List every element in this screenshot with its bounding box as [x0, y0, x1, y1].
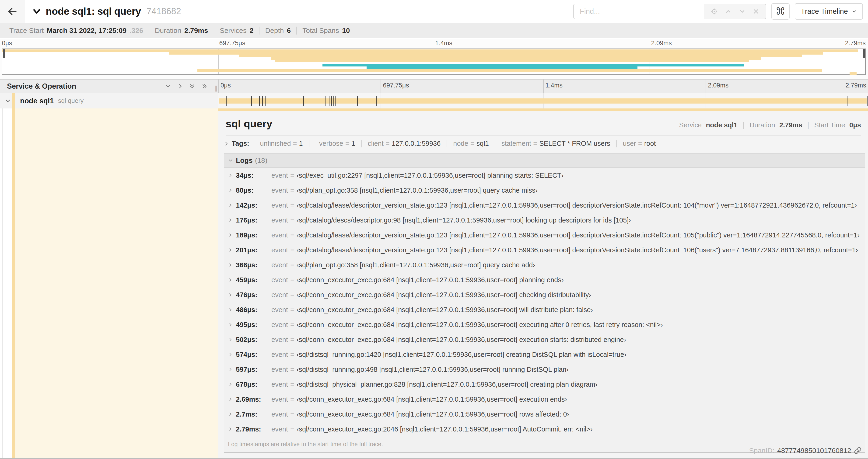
tag-equals: =: [386, 140, 390, 147]
column-resizer-handle[interactable]: ∥: [215, 85, 218, 92]
log-chevron-right-icon[interactable]: [228, 382, 232, 387]
log-row[interactable]: 459μs:event=‹sql/conn_executor_exec.go:6…: [224, 272, 865, 287]
log-chevron-right-icon[interactable]: [228, 322, 232, 327]
log-marker-tick[interactable]: [845, 96, 845, 106]
log-message: ‹sql/conn_executor_exec.go:684 [nsql1,cl…: [297, 291, 591, 299]
log-field-key: event: [271, 351, 288, 358]
collapse-trace-chevron-down-icon[interactable]: [32, 7, 41, 16]
log-row[interactable]: 597μs:event=‹sql/distsql_running.go:498 …: [224, 362, 865, 377]
log-marker-tick[interactable]: [334, 96, 334, 106]
log-row[interactable]: 678μs:event=‹sql/distsql_physical_planne…: [224, 377, 865, 392]
keyboard-shortcuts-button[interactable]: ⌘: [771, 3, 789, 20]
log-row[interactable]: 476μs:event=‹sql/conn_executor_exec.go:6…: [224, 287, 865, 302]
log-equals: =: [290, 411, 294, 418]
span-detail-header: sql query Service:node sql1|Duration:2.7…: [218, 111, 868, 130]
log-marker-tick[interactable]: [259, 96, 260, 106]
minimap-right-scrubber-handle[interactable]: [863, 49, 865, 58]
collapse-one-chevron-down-icon[interactable]: [165, 83, 171, 89]
log-chevron-right-icon[interactable]: [228, 292, 232, 297]
log-chevron-right-icon[interactable]: [228, 248, 232, 252]
span-id-value: 4877749850101760812: [777, 447, 851, 455]
log-row[interactable]: 80μs:event=‹sql/plan_opt.go:358 [nsql1,c…: [224, 183, 865, 198]
log-row[interactable]: 201μs:event=‹sql/catalog/lease/descripto…: [224, 242, 865, 258]
log-equals: =: [290, 172, 294, 179]
log-row[interactable]: 495μs:event=‹sql/conn_executor_exec.go:6…: [224, 317, 865, 332]
log-row[interactable]: 2.79ms:event=‹sql/conn_executor_exec.go:…: [224, 422, 865, 437]
log-marker-tick[interactable]: [352, 96, 352, 106]
tag-item[interactable]: _unfinished=1: [250, 140, 309, 147]
log-chevron-right-icon[interactable]: [228, 263, 232, 267]
expand-one-chevron-right-icon[interactable]: [177, 83, 183, 89]
log-chevron-right-icon[interactable]: [228, 277, 232, 282]
collapse-all-double-chevron-down-icon[interactable]: [189, 83, 195, 89]
find-clear-close-icon[interactable]: [753, 8, 759, 15]
log-chevron-right-icon[interactable]: [228, 173, 232, 178]
tag-value: 1: [299, 140, 303, 147]
tag-item[interactable]: statement=SELECT * FROM users: [495, 140, 616, 147]
log-chevron-right-icon[interactable]: [228, 367, 232, 372]
minimap-left-scrubber-handle[interactable]: [3, 49, 5, 58]
tag-item[interactable]: _verbose=1: [309, 140, 361, 147]
span-row-name-cell[interactable]: node sql1 sql query: [0, 93, 218, 108]
header-controls: ⌘ Trace Timeline: [573, 3, 863, 20]
log-marker-tick[interactable]: [251, 96, 252, 106]
log-row[interactable]: 189μs:event=‹sql/catalog/lease/descripto…: [224, 228, 865, 242]
log-chevron-right-icon[interactable]: [228, 412, 232, 417]
log-marker-tick[interactable]: [357, 96, 358, 106]
span-detail-left-fill: [15, 108, 218, 458]
log-marker-tick[interactable]: [847, 96, 847, 106]
log-equals: =: [290, 276, 294, 284]
log-chevron-right-icon[interactable]: [228, 188, 232, 193]
span-duration-bar[interactable]: [219, 98, 867, 104]
log-marker-tick[interactable]: [265, 96, 266, 106]
log-marker-tick[interactable]: [867, 96, 868, 106]
tag-item[interactable]: client=127.0.0.1:59936: [361, 140, 446, 147]
log-marker-tick[interactable]: [237, 96, 237, 106]
log-equals: =: [290, 261, 294, 269]
log-row[interactable]: 486μs:event=‹sql/conn_executor_exec.go:6…: [224, 302, 865, 317]
log-marker-tick[interactable]: [303, 96, 304, 106]
log-row[interactable]: 2.69ms:event=‹sql/conn_executor_exec.go:…: [224, 392, 865, 407]
log-marker-tick[interactable]: [325, 96, 326, 106]
timeline-minimap[interactable]: [2, 48, 866, 75]
log-row[interactable]: 34μs:event=‹sql/exec_util.go:2297 [nsql1…: [224, 168, 865, 183]
timeline-grid-header: Service & Operation ∥ 0μs697.75μs1.4ms2.…: [0, 79, 868, 93]
log-row[interactable]: 176μs:event=‹sql/catalog/descs/descripto…: [224, 213, 865, 228]
log-chevron-right-icon[interactable]: [228, 397, 232, 402]
ruler-tick-label: 697.75μs: [383, 82, 409, 89]
find-input[interactable]: [573, 4, 704, 19]
tag-item[interactable]: node=sql1: [446, 140, 495, 147]
deep-link-icon[interactable]: [854, 447, 862, 454]
span-collapse-chevron-down-icon[interactable]: [5, 98, 11, 104]
expand-all-double-chevron-right-icon[interactable]: [202, 83, 208, 89]
span-color-strip: [12, 93, 15, 108]
log-marker-tick[interactable]: [331, 96, 332, 106]
log-marker-tick[interactable]: [226, 96, 226, 106]
trace-view-dropdown[interactable]: Trace Timeline: [795, 3, 863, 20]
log-row[interactable]: 574μs:event=‹sql/distsql_running.go:1420…: [224, 347, 865, 362]
log-chevron-right-icon[interactable]: [228, 203, 232, 207]
log-equals: =: [290, 306, 294, 314]
find-next-chevron-down-icon[interactable]: [739, 8, 746, 15]
back-button[interactable]: [0, 0, 25, 23]
tags-accordion[interactable]: Tags: _unfinished=1_verbose=1client=127.…: [218, 135, 868, 151]
log-chevron-right-icon[interactable]: [228, 307, 232, 312]
log-marker-tick[interactable]: [262, 96, 263, 106]
log-chevron-right-icon[interactable]: [228, 427, 232, 431]
log-row[interactable]: 142μs:event=‹sql/catalog/lease/descripto…: [224, 198, 865, 213]
log-row[interactable]: 2.7ms:event=‹sql/conn_executor_exec.go:6…: [224, 407, 865, 422]
tag-item[interactable]: user=root: [616, 140, 662, 147]
log-chevron-right-icon[interactable]: [228, 337, 232, 342]
locate-icon[interactable]: [711, 8, 718, 15]
minimap-span-bar: [2, 50, 858, 52]
find-prev-chevron-up-icon[interactable]: [725, 8, 732, 15]
log-chevron-right-icon[interactable]: [228, 218, 232, 223]
log-marker-tick[interactable]: [376, 96, 377, 106]
log-row[interactable]: 366μs:event=‹sql/plan_opt.go:358 [nsql1,…: [224, 258, 865, 272]
logs-accordion-header[interactable]: Logs (18): [224, 154, 865, 168]
log-chevron-right-icon[interactable]: [228, 352, 232, 357]
log-row[interactable]: 502μs:event=‹sql/conn_executor_exec.go:6…: [224, 332, 865, 347]
log-marker-tick[interactable]: [335, 96, 336, 106]
log-chevron-right-icon[interactable]: [228, 233, 232, 237]
log-marker-tick[interactable]: [329, 96, 330, 106]
